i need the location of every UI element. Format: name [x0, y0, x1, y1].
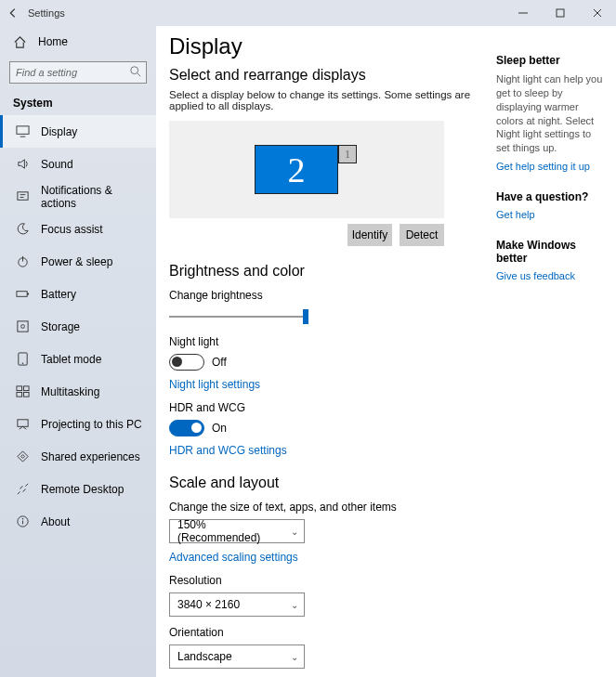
- back-arrow-icon: [7, 7, 20, 20]
- sidebar-item-multitasking[interactable]: Multitasking: [0, 375, 156, 408]
- sidebar-item-storage[interactable]: Storage: [0, 310, 156, 343]
- info-icon: [16, 514, 30, 528]
- sidebar: Home System DisplaySoundNotifications & …: [0, 26, 156, 677]
- night-light-toggle[interactable]: [169, 354, 204, 371]
- maximize-button[interactable]: [542, 0, 579, 26]
- sidebar-item-label: Multitasking: [41, 385, 99, 398]
- chevron-down-icon: ⌄: [291, 652, 298, 662]
- home-button[interactable]: Home: [0, 26, 156, 58]
- orientation-label: Orientation: [169, 626, 481, 639]
- app-title: Settings: [26, 7, 65, 19]
- shared-icon: [16, 449, 30, 463]
- sidebar-item-projecting-to-this-pc[interactable]: Projecting to this PC: [0, 408, 156, 440]
- hdr-toggle[interactable]: [169, 420, 204, 436]
- text-size-label: Change the size of text, apps, and other…: [169, 501, 481, 514]
- change-brightness-label: Change brightness: [169, 289, 481, 302]
- sidebar-item-power-sleep[interactable]: Power & sleep: [0, 245, 156, 278]
- remote-icon: [16, 482, 30, 496]
- sidebar-item-label: Tablet mode: [41, 353, 101, 366]
- notifications-icon: [16, 189, 30, 203]
- svg-rect-1: [557, 9, 564, 17]
- close-icon: [593, 8, 602, 18]
- sidebar-item-shared-experiences[interactable]: Shared experiences: [0, 440, 156, 473]
- sidebar-item-label: Projecting to this PC: [41, 418, 142, 431]
- sidebar-item-label: Shared experiences: [41, 450, 140, 463]
- sidebar-item-label: Notifications & actions: [41, 184, 143, 210]
- sidebar-item-remote-desktop[interactable]: Remote Desktop: [0, 473, 156, 505]
- search-box[interactable]: [9, 61, 147, 84]
- make-better-heading: Make Windows better: [496, 239, 607, 265]
- maximize-icon: [556, 8, 565, 18]
- sidebar-item-label: Focus assist: [41, 223, 103, 236]
- sidebar-item-label: About: [41, 515, 70, 528]
- section-heading: System: [0, 93, 156, 115]
- battery-icon: [16, 287, 30, 301]
- nav-list: DisplaySoundNotifications & actionsFocus…: [0, 115, 156, 538]
- minimize-icon: [518, 8, 528, 18]
- tablet-icon: [16, 352, 30, 366]
- chevron-down-icon: ⌄: [291, 527, 298, 537]
- sleep-better-heading: Sleep better: [496, 54, 607, 67]
- get-help-link[interactable]: Get help: [496, 209, 607, 220]
- close-button[interactable]: [579, 0, 616, 26]
- search-input[interactable]: [9, 61, 147, 84]
- svg-rect-18: [23, 386, 29, 391]
- detect-button[interactable]: Detect: [400, 224, 444, 246]
- svg-rect-11: [17, 292, 27, 297]
- chevron-down-icon: ⌄: [291, 600, 298, 610]
- brightness-slider[interactable]: [169, 307, 308, 326]
- svg-rect-4: [17, 126, 29, 134]
- sidebar-item-notifications-actions[interactable]: Notifications & actions: [0, 180, 156, 213]
- hdr-settings-link[interactable]: HDR and WCG settings: [169, 444, 287, 457]
- monitor-secondary[interactable]: 1: [338, 145, 357, 163]
- svg-line-3: [138, 73, 141, 77]
- arrange-heading: Select and rearrange displays: [169, 67, 481, 84]
- resolution-select[interactable]: 3840 × 2160 ⌄: [169, 592, 305, 617]
- svg-point-24: [22, 518, 24, 520]
- resolution-label: Resolution: [169, 574, 481, 587]
- brightness-heading: Brightness and color: [169, 263, 481, 280]
- svg-rect-17: [17, 386, 22, 391]
- monitor-primary[interactable]: 2: [255, 145, 338, 194]
- storage-icon: [16, 319, 30, 333]
- sidebar-item-label: Power & sleep: [41, 255, 112, 268]
- advanced-scaling-link[interactable]: Advanced scaling settings: [169, 551, 298, 564]
- aside-panel: Sleep better Night light can help you ge…: [491, 26, 616, 677]
- sidebar-item-battery[interactable]: Battery: [0, 278, 156, 310]
- svg-rect-6: [18, 192, 28, 200]
- moon-icon: [16, 222, 30, 236]
- sidebar-item-about[interactable]: About: [0, 505, 156, 538]
- back-button[interactable]: [0, 7, 26, 20]
- minimize-button[interactable]: [505, 0, 542, 26]
- display-arranger[interactable]: 2 1: [169, 121, 444, 218]
- power-icon: [16, 254, 30, 268]
- sleep-help-link[interactable]: Get help setting it up: [496, 161, 607, 172]
- feedback-link[interactable]: Give us feedback: [496, 270, 607, 281]
- sidebar-item-label: Battery: [41, 288, 76, 301]
- svg-point-14: [21, 325, 25, 329]
- slider-track: [169, 316, 308, 318]
- home-label: Home: [38, 35, 68, 48]
- projecting-icon: [16, 417, 30, 431]
- text-size-select[interactable]: 150% (Recommended) ⌄: [169, 519, 305, 543]
- window-controls: [505, 0, 616, 26]
- slider-thumb[interactable]: [303, 309, 308, 324]
- text-size-value: 150% (Recommended): [177, 518, 291, 544]
- night-light-label: Night light: [169, 335, 481, 348]
- sidebar-item-tablet-mode[interactable]: Tablet mode: [0, 343, 156, 375]
- svg-rect-21: [18, 420, 28, 427]
- sidebar-item-label: Display: [41, 125, 77, 138]
- svg-rect-13: [18, 321, 28, 332]
- multitask-icon: [16, 384, 30, 398]
- sidebar-item-label: Sound: [41, 158, 73, 171]
- identify-button[interactable]: Identify: [347, 224, 392, 246]
- sidebar-item-label: Storage: [41, 320, 80, 333]
- sidebar-item-label: Remote Desktop: [41, 483, 124, 496]
- orientation-select[interactable]: Landscape ⌄: [169, 644, 305, 669]
- sidebar-item-focus-assist[interactable]: Focus assist: [0, 213, 156, 245]
- main-content: Display Select and rearrange displays Se…: [156, 26, 491, 677]
- sidebar-item-display[interactable]: Display: [0, 115, 156, 148]
- night-light-settings-link[interactable]: Night light settings: [169, 378, 260, 391]
- sidebar-item-sound[interactable]: Sound: [0, 148, 156, 180]
- night-light-state: Off: [212, 356, 227, 369]
